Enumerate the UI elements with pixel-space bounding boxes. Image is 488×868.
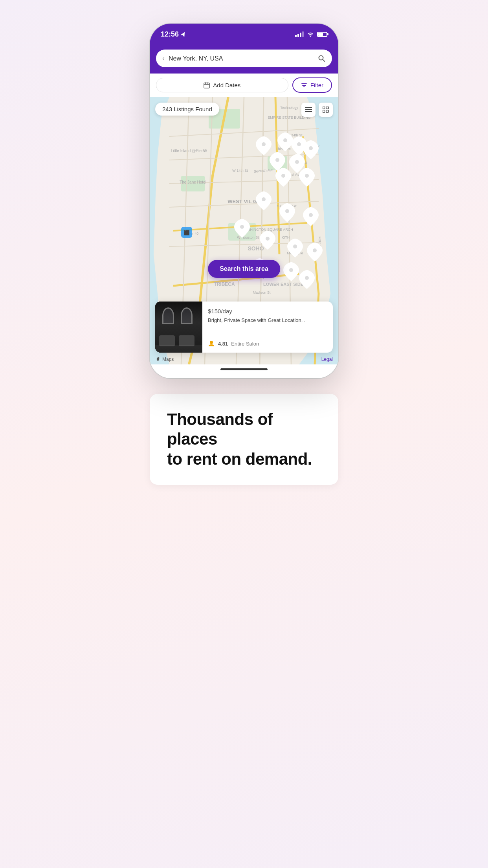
map-view-toggle: [301, 103, 333, 117]
list-view-icon: [305, 107, 312, 112]
svg-text:Third Ave: Third Ave: [276, 147, 291, 151]
listing-image: [155, 302, 202, 353]
svg-text:WASHINGTON SQUARE ARCH: WASHINGTON SQUARE ARCH: [242, 228, 293, 232]
svg-point-91: [210, 341, 213, 344]
battery-fill: [318, 33, 323, 36]
filter-label: Filter: [310, 82, 323, 88]
add-dates-label: Add Dates: [213, 82, 240, 88]
svg-text:WEST VIL GE: WEST VIL GE: [227, 199, 261, 204]
svg-text:W Houston St: W Houston St: [237, 235, 259, 239]
salon-image: [155, 302, 202, 353]
apple-icon: [155, 357, 161, 362]
grid-view-button[interactable]: [319, 103, 333, 117]
svg-text:KIPS BAY: KIPS BAY: [302, 145, 320, 149]
filter-icon: [301, 82, 307, 88]
svg-text:Madison St: Madison St: [253, 291, 271, 294]
tagline: Thousands of places to rent on demand.: [167, 410, 321, 469]
listing-rating: 4.81: [218, 341, 228, 347]
status-time: 12:56: [161, 30, 186, 39]
svg-text:The Jane Hotel: The Jane Hotel: [180, 180, 206, 184]
search-icon[interactable]: [318, 55, 326, 63]
listing-card[interactable]: $150/day Bright, Private Space with Grea…: [155, 302, 333, 353]
listing-info: $150/day Bright, Private Space with Grea…: [202, 302, 333, 353]
svg-text:⬛: ⬛: [184, 230, 190, 235]
svg-text:LOWER EAST SIDE: LOWER EAST SIDE: [263, 282, 303, 287]
status-bar: 12:56: [150, 24, 338, 45]
person-icon: [208, 340, 215, 347]
wifi-icon: [307, 32, 314, 37]
list-view-button[interactable]: [301, 103, 316, 117]
phone-mockup: 12:56 ‹: [150, 24, 338, 378]
svg-point-0: [310, 35, 311, 37]
time-display: 12:56: [161, 30, 179, 39]
svg-text:KITH: KITH: [282, 235, 290, 239]
listing-title: Bright, Private Space with Great Locatio…: [208, 317, 327, 324]
svg-text:ST VILLAGE: ST VILLAGE: [277, 204, 297, 208]
search-area-button[interactable]: Search this area: [208, 260, 280, 278]
battery-icon: [317, 32, 327, 37]
svg-text:Technology: Technology: [280, 106, 298, 110]
svg-rect-65: [323, 107, 325, 109]
tagline-line2: to rent on demand.: [167, 449, 321, 469]
svg-text:TRIBECA: TRIBECA: [214, 281, 235, 287]
svg-rect-67: [323, 110, 325, 112]
signal-icon: [295, 31, 304, 37]
svg-text:W 14th St: W 14th St: [232, 169, 248, 173]
calendar-icon: [204, 82, 210, 88]
tagline-line1: Thousands of places: [167, 410, 321, 449]
location-text: New York, NY, USA: [169, 55, 314, 62]
listing-type: Entire Salon: [231, 341, 259, 347]
maps-text: Maps: [162, 357, 174, 362]
legal-link[interactable]: Legal: [321, 357, 333, 362]
map-area[interactable]: WEST VIL GE SOHO TRIBECA LOWER EAST SIDE…: [150, 97, 338, 364]
status-icons: [295, 31, 327, 37]
listing-price: $150/day: [208, 307, 327, 315]
svg-text:Mr. Purple: Mr. Purple: [287, 251, 303, 255]
add-dates-button[interactable]: Add Dates: [156, 78, 288, 92]
svg-rect-66: [326, 107, 328, 109]
back-button[interactable]: ‹: [162, 54, 165, 63]
grid-view-icon: [323, 107, 329, 113]
svg-text:E 34th St: E 34th St: [288, 133, 303, 137]
filter-bar: Add Dates Filter: [150, 74, 338, 97]
listings-badge: 243 Listings Found: [155, 103, 219, 116]
location-arrow-icon: [181, 32, 186, 37]
maps-attribution: Maps: [155, 357, 174, 362]
listing-meta: 4.81 Entire Salon: [208, 340, 327, 347]
filter-button[interactable]: Filter: [292, 77, 332, 93]
svg-text:E Ninth St: E Ninth St: [291, 161, 307, 165]
home-bar: [220, 368, 268, 370]
bottom-text-section: Thousands of places to rent on demand.: [150, 394, 338, 485]
svg-rect-68: [326, 110, 328, 112]
svg-text:First Ave: First Ave: [288, 173, 301, 177]
app-header: ‹ New York, NY, USA: [150, 45, 338, 74]
svg-text:SOHO: SOHO: [248, 245, 264, 252]
svg-text:FDR Drive N: FDR Drive N: [318, 237, 322, 257]
svg-text:Little Island @Pier55: Little Island @Pier55: [171, 149, 207, 153]
search-bar[interactable]: ‹ New York, NY, USA: [156, 50, 332, 67]
svg-rect-3: [204, 83, 209, 88]
home-indicator: [150, 364, 338, 378]
svg-line-2: [323, 59, 325, 61]
